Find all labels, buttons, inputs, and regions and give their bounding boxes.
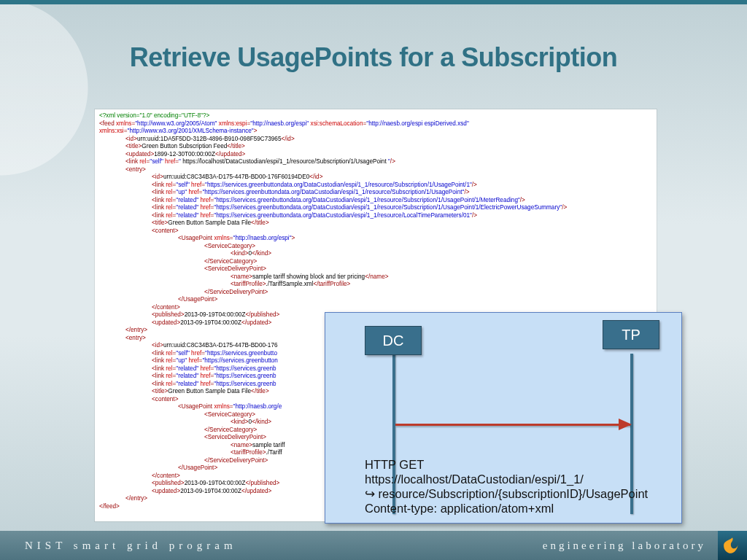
footer: NIST smart grid program engineering labo… xyxy=(0,531,747,560)
xml-declaration: <?xml version="1.0" encoding="UTF-8"?> xyxy=(99,112,209,119)
actor-tp: TP xyxy=(603,320,659,349)
actor-dc: DC xyxy=(365,326,422,355)
caption-url-2: resource/Subscription/{subscriptionID}/U… xyxy=(379,487,649,500)
footer-right: engineering laboratory xyxy=(372,531,718,560)
caption-content-type: Content-type: application/atom+xml xyxy=(365,501,665,516)
actor-tp-label: TP xyxy=(622,327,640,343)
caption-method: HTTP GET xyxy=(365,457,665,472)
page-title: Retrieve UsagePoints for a Subscription xyxy=(0,15,747,83)
request-caption: HTTP GET https://localhost/DataCustodian… xyxy=(365,457,665,516)
actor-dc-label: DC xyxy=(383,332,404,349)
caption-url-1: https://localhost/DataCustodian/espi/1_1… xyxy=(365,472,665,486)
top-accent-bar xyxy=(0,0,747,4)
footer-logo xyxy=(718,531,747,560)
sequence-diagram: DC TP HTTP GET https://localhost/DataCus… xyxy=(325,312,682,524)
slide: Retrieve UsagePoints for a Subscription … xyxy=(0,15,747,531)
request-arrow xyxy=(395,424,630,426)
flame-icon xyxy=(723,536,742,555)
footer-left: NIST smart grid program xyxy=(0,531,372,560)
